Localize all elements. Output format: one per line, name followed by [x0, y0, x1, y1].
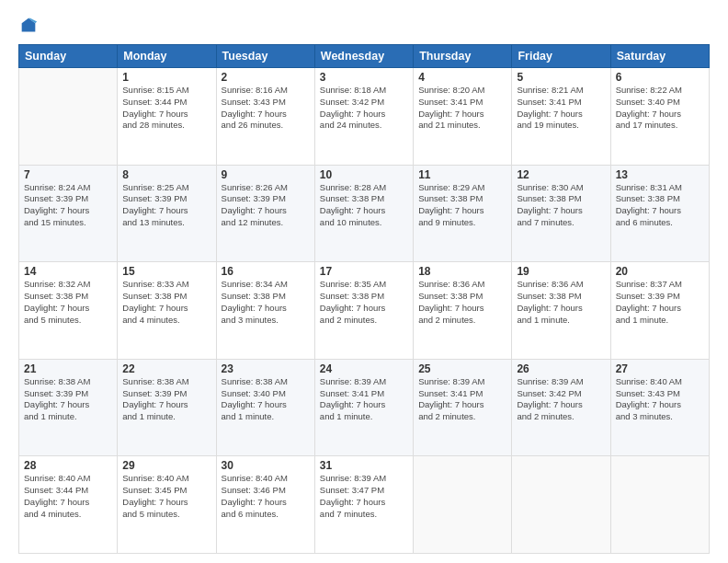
day-info: Sunrise: 8:40 AM Sunset: 3:46 PM Dayligh… [222, 473, 310, 520]
logo [18, 17, 40, 37]
calendar-cell: 25Sunrise: 8:39 AM Sunset: 3:41 PM Dayli… [414, 359, 512, 456]
day-info: Sunrise: 8:21 AM Sunset: 3:41 PM Dayligh… [517, 85, 605, 132]
day-number: 19 [517, 265, 605, 278]
day-number: 24 [320, 362, 408, 375]
day-number: 26 [517, 362, 605, 375]
day-number: 3 [320, 71, 408, 84]
header [18, 17, 710, 37]
calendar-week-row: 28Sunrise: 8:40 AM Sunset: 3:44 PM Dayli… [19, 456, 710, 554]
calendar-cell: 8Sunrise: 8:25 AM Sunset: 3:39 PM Daylig… [118, 165, 216, 262]
calendar-cell: 30Sunrise: 8:40 AM Sunset: 3:46 PM Dayli… [216, 456, 314, 554]
calendar-header-friday: Friday [512, 45, 610, 68]
day-info: Sunrise: 8:36 AM Sunset: 3:38 PM Dayligh… [418, 279, 506, 326]
day-info: Sunrise: 8:38 AM Sunset: 3:40 PM Dayligh… [222, 376, 310, 423]
calendar-cell: 2Sunrise: 8:16 AM Sunset: 3:43 PM Daylig… [216, 68, 314, 166]
calendar-cell: 28Sunrise: 8:40 AM Sunset: 3:44 PM Dayli… [19, 456, 118, 554]
calendar-cell: 22Sunrise: 8:38 AM Sunset: 3:39 PM Dayli… [118, 359, 216, 456]
day-info: Sunrise: 8:39 AM Sunset: 3:47 PM Dayligh… [320, 473, 408, 520]
calendar: SundayMondayTuesdayWednesdayThursdayFrid… [18, 44, 710, 554]
calendar-header-thursday: Thursday [414, 45, 512, 68]
day-number: 20 [616, 265, 704, 278]
day-info: Sunrise: 8:34 AM Sunset: 3:38 PM Dayligh… [222, 279, 310, 326]
day-info: Sunrise: 8:30 AM Sunset: 3:38 PM Dayligh… [517, 182, 605, 229]
calendar-cell: 11Sunrise: 8:29 AM Sunset: 3:38 PM Dayli… [414, 165, 512, 262]
calendar-cell: 9Sunrise: 8:26 AM Sunset: 3:39 PM Daylig… [216, 165, 314, 262]
day-number: 18 [418, 265, 506, 278]
calendar-cell: 24Sunrise: 8:39 AM Sunset: 3:41 PM Dayli… [314, 359, 413, 456]
calendar-cell: 7Sunrise: 8:24 AM Sunset: 3:39 PM Daylig… [19, 165, 118, 262]
calendar-header-monday: Monday [118, 45, 216, 68]
day-info: Sunrise: 8:20 AM Sunset: 3:41 PM Dayligh… [418, 85, 506, 132]
calendar-cell: 19Sunrise: 8:36 AM Sunset: 3:38 PM Dayli… [512, 262, 610, 360]
calendar-cell: 5Sunrise: 8:21 AM Sunset: 3:41 PM Daylig… [512, 68, 610, 166]
calendar-cell: 6Sunrise: 8:22 AM Sunset: 3:40 PM Daylig… [610, 68, 709, 166]
calendar-week-row: 7Sunrise: 8:24 AM Sunset: 3:39 PM Daylig… [19, 165, 710, 262]
calendar-cell: 21Sunrise: 8:38 AM Sunset: 3:39 PM Dayli… [19, 359, 118, 456]
day-info: Sunrise: 8:22 AM Sunset: 3:40 PM Dayligh… [616, 85, 704, 132]
calendar-cell: 27Sunrise: 8:40 AM Sunset: 3:43 PM Dayli… [610, 359, 709, 456]
calendar-cell [610, 456, 709, 554]
calendar-cell: 29Sunrise: 8:40 AM Sunset: 3:45 PM Dayli… [118, 456, 216, 554]
calendar-week-row: 21Sunrise: 8:38 AM Sunset: 3:39 PM Dayli… [19, 359, 710, 456]
calendar-header-wednesday: Wednesday [314, 45, 413, 68]
day-number: 5 [517, 71, 605, 84]
day-info: Sunrise: 8:29 AM Sunset: 3:38 PM Dayligh… [418, 182, 506, 229]
calendar-cell: 13Sunrise: 8:31 AM Sunset: 3:38 PM Dayli… [610, 165, 709, 262]
calendar-cell: 31Sunrise: 8:39 AM Sunset: 3:47 PM Dayli… [314, 456, 413, 554]
day-number: 1 [122, 71, 210, 84]
calendar-cell: 17Sunrise: 8:35 AM Sunset: 3:38 PM Dayli… [314, 262, 413, 360]
calendar-cell: 26Sunrise: 8:39 AM Sunset: 3:42 PM Dayli… [512, 359, 610, 456]
calendar-cell [19, 68, 118, 166]
day-number: 12 [517, 168, 605, 181]
calendar-cell: 23Sunrise: 8:38 AM Sunset: 3:40 PM Dayli… [216, 359, 314, 456]
day-number: 7 [24, 168, 112, 181]
day-number: 21 [24, 362, 112, 375]
calendar-header-row: SundayMondayTuesdayWednesdayThursdayFrid… [19, 45, 710, 68]
day-number: 25 [418, 362, 506, 375]
calendar-cell: 15Sunrise: 8:33 AM Sunset: 3:38 PM Dayli… [118, 262, 216, 360]
day-info: Sunrise: 8:31 AM Sunset: 3:38 PM Dayligh… [616, 182, 704, 229]
calendar-cell: 14Sunrise: 8:32 AM Sunset: 3:38 PM Dayli… [19, 262, 118, 360]
day-info: Sunrise: 8:26 AM Sunset: 3:39 PM Dayligh… [222, 182, 310, 229]
calendar-week-row: 14Sunrise: 8:32 AM Sunset: 3:38 PM Dayli… [19, 262, 710, 360]
calendar-cell: 10Sunrise: 8:28 AM Sunset: 3:38 PM Dayli… [314, 165, 413, 262]
day-number: 10 [320, 168, 408, 181]
day-number: 13 [616, 168, 704, 181]
calendar-cell [512, 456, 610, 554]
day-info: Sunrise: 8:35 AM Sunset: 3:38 PM Dayligh… [320, 279, 408, 326]
day-number: 16 [222, 265, 310, 278]
day-info: Sunrise: 8:40 AM Sunset: 3:43 PM Dayligh… [616, 376, 704, 423]
day-number: 23 [222, 362, 310, 375]
calendar-cell: 16Sunrise: 8:34 AM Sunset: 3:38 PM Dayli… [216, 262, 314, 360]
calendar-cell: 3Sunrise: 8:18 AM Sunset: 3:42 PM Daylig… [314, 68, 413, 166]
day-info: Sunrise: 8:38 AM Sunset: 3:39 PM Dayligh… [24, 376, 112, 423]
calendar-header-sunday: Sunday [19, 45, 118, 68]
day-number: 9 [222, 168, 310, 181]
calendar-cell: 20Sunrise: 8:37 AM Sunset: 3:39 PM Dayli… [610, 262, 709, 360]
day-number: 11 [418, 168, 506, 181]
day-number: 27 [616, 362, 704, 375]
calendar-cell [414, 456, 512, 554]
day-number: 15 [122, 265, 210, 278]
day-number: 8 [122, 168, 210, 181]
day-info: Sunrise: 8:25 AM Sunset: 3:39 PM Dayligh… [122, 182, 210, 229]
day-info: Sunrise: 8:39 AM Sunset: 3:42 PM Dayligh… [517, 376, 605, 423]
calendar-week-row: 1Sunrise: 8:15 AM Sunset: 3:44 PM Daylig… [19, 68, 710, 166]
day-info: Sunrise: 8:24 AM Sunset: 3:39 PM Dayligh… [24, 182, 112, 229]
page: SundayMondayTuesdayWednesdayThursdayFrid… [0, 0, 728, 563]
calendar-header-saturday: Saturday [610, 45, 709, 68]
day-info: Sunrise: 8:38 AM Sunset: 3:39 PM Dayligh… [122, 376, 210, 423]
day-info: Sunrise: 8:33 AM Sunset: 3:38 PM Dayligh… [122, 279, 210, 326]
day-info: Sunrise: 8:32 AM Sunset: 3:38 PM Dayligh… [24, 279, 112, 326]
day-number: 29 [122, 459, 210, 472]
day-number: 31 [320, 459, 408, 472]
logo-icon [18, 17, 39, 37]
day-number: 30 [222, 459, 310, 472]
day-info: Sunrise: 8:40 AM Sunset: 3:44 PM Dayligh… [24, 473, 112, 520]
day-info: Sunrise: 8:39 AM Sunset: 3:41 PM Dayligh… [418, 376, 506, 423]
calendar-header-tuesday: Tuesday [216, 45, 314, 68]
day-number: 14 [24, 265, 112, 278]
day-info: Sunrise: 8:36 AM Sunset: 3:38 PM Dayligh… [517, 279, 605, 326]
calendar-cell: 1Sunrise: 8:15 AM Sunset: 3:44 PM Daylig… [118, 68, 216, 166]
day-info: Sunrise: 8:16 AM Sunset: 3:43 PM Dayligh… [222, 85, 310, 132]
